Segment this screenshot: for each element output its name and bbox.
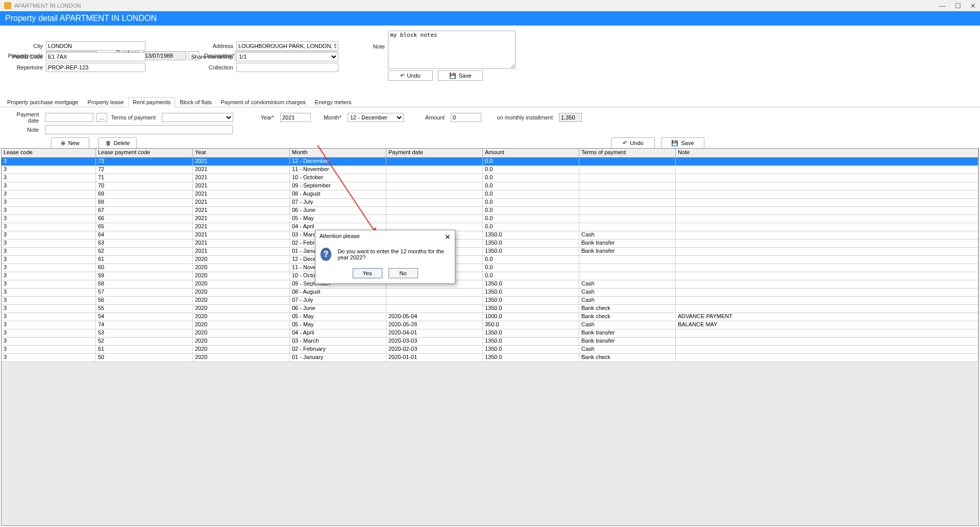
maximize-button[interactable]: ☐: [955, 2, 961, 10]
cell-terms: [579, 207, 676, 214]
cell-amt: 0.0: [483, 199, 579, 206]
payment-date-picker-button[interactable]: …: [96, 113, 107, 122]
col-amount[interactable]: Amount: [483, 149, 579, 157]
cell-note: [676, 289, 978, 296]
table-row[interactable]: 357202008 - August1350.0Cash: [2, 289, 978, 297]
table-row[interactable]: 352202003 - March2020-03-031350.0Bank tr…: [2, 338, 978, 346]
col-terms[interactable]: Terms of payment: [579, 149, 676, 157]
tab-block-flats[interactable]: Block of flats: [175, 97, 216, 107]
label-share-ownership: Share ownership: [184, 54, 236, 60]
cell-note: [676, 338, 978, 345]
table-row[interactable]: 374202005 - May2020-05-28350.0CashBALANC…: [2, 321, 978, 329]
cell-year: 2021: [193, 158, 290, 165]
col-month[interactable]: Month: [290, 149, 386, 157]
cell-note: BALANCE MAY: [676, 321, 978, 329]
col-note[interactable]: Note: [676, 149, 978, 157]
terms-payment-select[interactable]: [162, 113, 233, 122]
tab-condo-charges[interactable]: Payment of condominium charges: [216, 97, 310, 107]
table-row[interactable]: 350202001 - January2020-01-011350.0Bank …: [2, 354, 978, 362]
cell-year: 2021: [193, 190, 290, 198]
table-row[interactable]: 367202106 - June0.0: [2, 207, 978, 215]
cell-amt: 1350.0: [483, 305, 579, 313]
table-row[interactable]: 368202107 - July0.0: [2, 199, 978, 207]
table-row[interactable]: 356202007 - July1350.0Cash: [2, 297, 978, 305]
cell-amt: 350.0: [483, 321, 579, 329]
table-row[interactable]: 362202101 - January2021-01-071350.0Bank …: [2, 248, 978, 256]
year-input[interactable]: [280, 113, 311, 122]
table-row[interactable]: 363202102 - February2021-02-011350.0Bank…: [2, 239, 978, 248]
share-ownership-select[interactable]: 1/1: [236, 52, 338, 61]
postal-code-input[interactable]: [46, 52, 145, 61]
cell-pdate: [386, 158, 483, 165]
tab-energy-meters[interactable]: Energy meters: [310, 97, 356, 107]
cell-lpc: 56: [96, 297, 193, 304]
cell-month: 07 - July: [290, 297, 386, 304]
collection-input[interactable]: [236, 63, 338, 72]
undo-button[interactable]: ↶Undo: [611, 137, 655, 149]
cell-note: [676, 272, 978, 280]
cell-lpc: 73: [96, 158, 193, 165]
dialog-close-button[interactable]: ✕: [445, 233, 451, 241]
cell-note: [676, 215, 978, 223]
table-row[interactable]: 369202108 - August0.0: [2, 190, 978, 199]
table-row[interactable]: 371202110 - October0.0: [2, 174, 978, 182]
payment-date-input[interactable]: [45, 113, 93, 122]
label-terms-payment: Terms of payment: [110, 114, 159, 121]
tab-mortgage[interactable]: Property purchase mortgage: [3, 97, 83, 107]
table-row[interactable]: 372202111 - November0.0: [2, 166, 978, 174]
table-row[interactable]: 358202009 - September1350.0Cash: [2, 280, 978, 289]
save-button[interactable]: 💾Save: [661, 137, 704, 149]
repertoire-input[interactable]: [46, 63, 145, 72]
table-row[interactable]: 361202012 - December0.0: [2, 256, 978, 264]
table-row[interactable]: 370202109 - September0.0: [2, 182, 978, 190]
cell-terms: Bank check: [579, 354, 676, 362]
dialog-no-button[interactable]: No: [388, 268, 418, 278]
table-row[interactable]: 359202010 - October0.0: [2, 272, 978, 280]
table-row[interactable]: 353202004 - April2020-04-011350.0Bank tr…: [2, 329, 978, 338]
table-row[interactable]: 351202002 - February2020-02-031350.0Cash: [2, 346, 978, 354]
filter-note-input[interactable]: [45, 125, 233, 134]
delete-button[interactable]: 🗑Delete: [99, 137, 137, 149]
cell-lpc: 57: [96, 289, 193, 296]
cell-year: 2021: [193, 174, 290, 182]
note-textarea[interactable]: my block notes: [388, 31, 516, 69]
new-button[interactable]: ⊕New: [51, 137, 89, 149]
cell-lpc: 68: [96, 199, 193, 206]
cell-amt: 0.0: [483, 264, 579, 272]
close-button[interactable]: ✕: [970, 2, 976, 10]
cell-lpc: 69: [96, 190, 193, 198]
label-note: Note: [373, 31, 388, 50]
undo-button-top[interactable]: ↶Undo: [388, 70, 433, 81]
table-row[interactable]: 366202105 - May0.0: [2, 215, 978, 223]
table-row[interactable]: 365202104 - April0.0: [2, 223, 978, 231]
titlebar: APARTMENT IN LONDON — ☐ ✕: [0, 0, 980, 11]
table-row[interactable]: 360202011 - November0.0: [2, 264, 978, 272]
cell-amt: 0.0: [483, 207, 579, 214]
table-row[interactable]: 355202006 - June1350.0Bank check: [2, 305, 978, 313]
minimize-button[interactable]: —: [939, 2, 946, 10]
col-year[interactable]: Year: [193, 149, 290, 157]
cell-amt: 1350.0: [483, 346, 579, 353]
col-lease-payment-code[interactable]: Lease payment code: [96, 149, 193, 157]
cell-year: 2021: [193, 223, 290, 231]
confirm-dialog: Attention please ✕ ? Do you want to ente…: [315, 230, 455, 284]
col-payment-date[interactable]: Payment date: [386, 149, 483, 157]
cell-terms: Cash: [579, 231, 676, 239]
month-select[interactable]: 12 - December: [348, 113, 404, 122]
col-lease-code[interactable]: Lease code: [2, 149, 96, 157]
cell-month: 10 - October: [290, 174, 386, 182]
tab-rent-payments[interactable]: Rent payments: [128, 97, 175, 107]
cell-lpc: 60: [96, 264, 193, 272]
cell-pdate: 2020-02-03: [386, 346, 483, 353]
city-input[interactable]: [46, 41, 145, 51]
table-row[interactable]: 364202103 - March2021-03-041350.0Cash: [2, 231, 978, 239]
cell-lease: 3: [2, 199, 96, 206]
dialog-yes-button[interactable]: Yes: [353, 268, 382, 278]
save-button-top[interactable]: 💾Save: [438, 70, 483, 81]
table-row[interactable]: 354202005 - May2020-05-041000.0Bank chec…: [2, 313, 978, 321]
address-input[interactable]: [236, 41, 338, 51]
table-row[interactable]: 373202112 - December0.0: [2, 158, 978, 166]
tab-lease[interactable]: Property lease: [83, 97, 128, 107]
amount-input[interactable]: [451, 113, 481, 122]
cell-note: [676, 346, 978, 353]
